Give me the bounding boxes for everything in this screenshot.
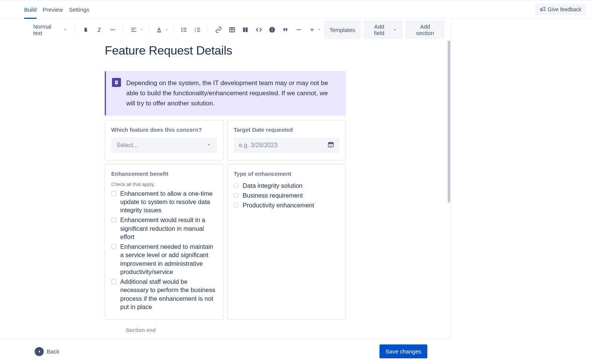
footer-bar: Back Save changes: [0, 338, 451, 364]
type-option-2-row[interactable]: Productivity enhancement: [234, 201, 340, 209]
text-color-button[interactable]: [153, 24, 165, 36]
templates-button[interactable]: Templates: [324, 20, 360, 39]
svg-rect-16: [229, 27, 235, 32]
radio-icon[interactable]: [234, 193, 239, 198]
add-section-button[interactable]: Add section: [405, 20, 445, 39]
svg-rect-28: [329, 142, 330, 143]
svg-point-0: [110, 29, 112, 30]
radio-icon[interactable]: [234, 203, 239, 208]
svg-rect-31: [330, 145, 331, 145]
benefit-option-0-row[interactable]: Enhancement to allow a one-time update t…: [111, 189, 217, 215]
bold-button[interactable]: [80, 24, 92, 36]
target-date-input[interactable]: e.g. 3/28/2023: [234, 137, 340, 153]
type-field-card[interactable]: Type of enhancement Data integrity solut…: [227, 164, 346, 320]
back-button[interactable]: Back: [35, 347, 59, 356]
link-button[interactable]: [213, 24, 224, 36]
add-field-label: Add field: [369, 23, 390, 36]
insert-button[interactable]: [306, 24, 318, 36]
chevron-down-icon: [140, 27, 144, 33]
feature-select[interactable]: Select...: [111, 137, 217, 153]
scroll-thumb[interactable]: [448, 41, 450, 203]
italic-button[interactable]: [93, 24, 105, 36]
chevron-down-icon: [206, 142, 212, 149]
type-option-label: Data integrity solution: [243, 181, 303, 190]
type-option-0-row[interactable]: Data integrity solution: [234, 181, 340, 190]
feature-field-label: Which feature does this concern?: [111, 126, 217, 133]
benefit-option-2-row[interactable]: Enhancement needed to maintain a service…: [111, 242, 217, 276]
chevron-down-icon: [317, 27, 321, 33]
svg-rect-7: [184, 28, 187, 29]
tab-preview[interactable]: Preview: [43, 1, 63, 18]
svg-point-1: [112, 29, 113, 30]
calendar-icon: [327, 141, 334, 149]
type-option-label: Business requirement: [243, 191, 303, 200]
chevron-down-icon: [165, 27, 168, 33]
svg-rect-33: [329, 146, 330, 146]
give-feedback-label: Give feedback: [548, 6, 582, 12]
svg-rect-15: [197, 31, 200, 32]
checkbox-icon[interactable]: [111, 217, 116, 222]
benefit-field-hint: Check all that apply.: [111, 181, 217, 187]
checkbox-icon[interactable]: [111, 279, 116, 284]
svg-rect-8: [184, 29, 187, 30]
feature-select-placeholder: Select...: [116, 142, 138, 149]
svg-rect-25: [116, 82, 117, 83]
svg-rect-17: [243, 27, 245, 32]
align-button[interactable]: [128, 24, 140, 36]
target-date-placeholder: e.g. 3/28/2023: [239, 142, 277, 149]
svg-rect-14: [197, 29, 200, 30]
svg-rect-30: [329, 145, 330, 145]
add-field-button[interactable]: Add field: [364, 20, 403, 39]
svg-rect-13: [197, 28, 200, 29]
page-title[interactable]: Feature Request Details: [105, 44, 346, 58]
divider-button[interactable]: [293, 24, 304, 36]
info-panel[interactable]: Depending on the system, the IT developm…: [105, 71, 346, 116]
svg-point-5: [181, 29, 182, 30]
code-button[interactable]: [253, 24, 265, 36]
chevron-down-icon: [393, 27, 397, 33]
svg-rect-27: [328, 142, 333, 144]
svg-point-4: [181, 27, 182, 29]
section-end-marker[interactable]: Section end: [105, 323, 346, 335]
benefit-field-card[interactable]: Enhancement benefit Check all that apply…: [105, 164, 223, 320]
svg-point-6: [181, 31, 182, 32]
type-field-label: Type of enhancement: [234, 171, 340, 177]
give-feedback-button[interactable]: Give feedback: [535, 4, 586, 15]
svg-point-2: [114, 29, 115, 30]
info-panel-text: Depending on the system, the IT developm…: [126, 78, 338, 109]
bullet-list-button[interactable]: [178, 24, 190, 36]
svg-rect-3: [157, 32, 161, 32]
svg-rect-20: [272, 29, 272, 31]
benefit-option-label: Enhancement to allow a one-time update t…: [120, 189, 217, 215]
svg-rect-34: [330, 146, 331, 146]
quote-button[interactable]: [280, 24, 291, 36]
tab-build[interactable]: Build: [24, 1, 37, 18]
benefit-option-3-row[interactable]: Additional staff would be necessary to p…: [111, 277, 217, 311]
radio-icon[interactable]: [234, 183, 239, 188]
svg-rect-18: [246, 27, 248, 32]
svg-rect-32: [332, 145, 332, 145]
more-formatting-button[interactable]: [107, 24, 118, 36]
editor-toolbar: Normal text: [0, 19, 451, 41]
benefit-option-1-row[interactable]: Enhancement would result in a significan…: [111, 216, 217, 241]
tab-settings[interactable]: Settings: [69, 1, 89, 18]
type-option-1-row[interactable]: Business requirement: [234, 191, 340, 200]
checkbox-icon[interactable]: [111, 191, 116, 196]
feature-field-card[interactable]: Which feature does this concern? Select.…: [105, 120, 223, 160]
text-style-select[interactable]: Normal text: [30, 21, 70, 38]
svg-rect-24: [116, 82, 117, 82]
checkbox-icon[interactable]: [111, 244, 116, 249]
layout-button[interactable]: [239, 24, 251, 36]
svg-rect-29: [332, 142, 332, 143]
note-icon: [112, 78, 121, 87]
scrollbar[interactable]: [448, 41, 451, 327]
target-date-card[interactable]: Target Date requested e.g. 3/28/2023: [227, 120, 346, 160]
svg-text:3: 3: [194, 30, 196, 32]
megaphone-icon: [540, 6, 546, 13]
benefit-option-label: Additional staff would be necessary to p…: [120, 277, 217, 311]
table-button[interactable]: [226, 24, 238, 36]
target-date-label: Target Date requested: [234, 126, 340, 133]
save-changes-button[interactable]: Save changes: [379, 344, 427, 358]
numbered-list-button[interactable]: 123: [191, 24, 203, 36]
info-panel-button[interactable]: [266, 24, 278, 36]
